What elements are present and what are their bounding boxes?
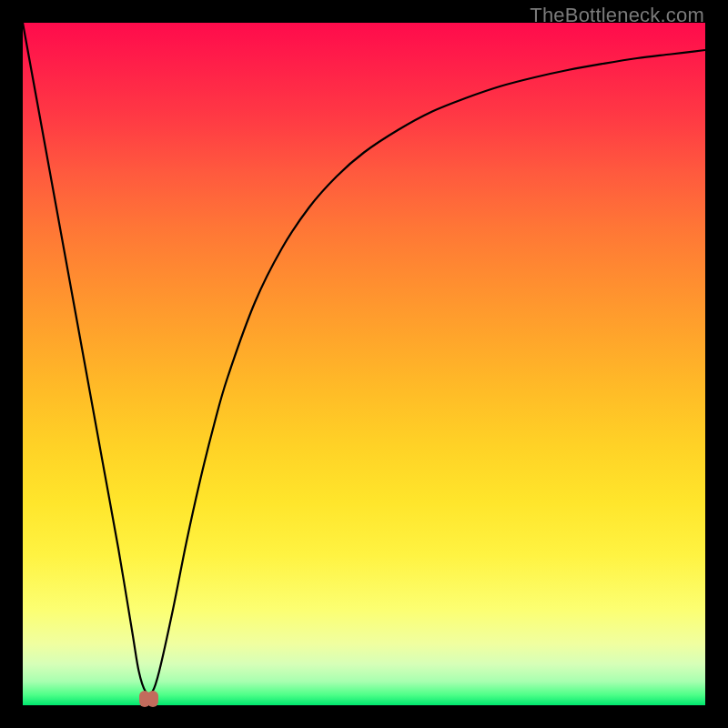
plot-area [23, 23, 705, 705]
bottleneck-curve [23, 23, 705, 705]
optimal-marker [139, 689, 159, 709]
attribution-text: TheBottleneck.com [530, 4, 704, 27]
